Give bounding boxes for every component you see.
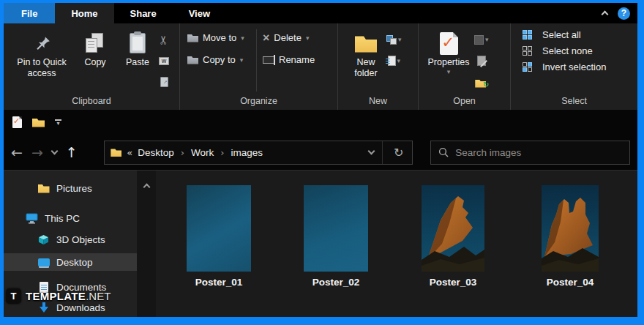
copy-to-button[interactable]: Copy to ▾ (187, 54, 255, 65)
chevron-right-icon: › (219, 147, 225, 158)
cut-button[interactable]: ✂ (159, 31, 169, 48)
properties-quick-icon[interactable]: ✓ (12, 116, 22, 128)
new-item-icon (388, 56, 396, 66)
customize-toolbar-icon[interactable]: ▾ (55, 119, 61, 126)
file-name: Poster_04 (547, 277, 594, 288)
template-net-watermark: T TEMPLATE .NET (6, 288, 111, 304)
thumbnail-poster-04 (542, 185, 599, 272)
new-folder-quick-icon[interactable] (32, 118, 45, 127)
search-input[interactable] (455, 147, 622, 158)
delete-icon: × (263, 34, 269, 42)
breadcrumb-overflow-icon[interactable]: « (127, 147, 132, 158)
up-button[interactable]: ↑ (66, 146, 78, 160)
file-tile-poster-04[interactable]: Poster_04 (512, 185, 629, 317)
file-name: Poster_02 (312, 277, 360, 288)
copy-path-button[interactable]: W (159, 52, 169, 70)
sidebar-item-label: Pictures (56, 183, 92, 194)
chevron-right-icon: › (179, 147, 186, 158)
file-tile-poster-02[interactable]: Poster_02 (277, 185, 394, 317)
address-dropdown-icon[interactable] (367, 148, 375, 155)
rename-button[interactable]: Rename (263, 54, 315, 65)
select-all-button[interactable]: Select all (523, 29, 637, 40)
pin-to-quick-access-button[interactable]: Pin to Quick access (10, 26, 74, 96)
scroll-up-icon[interactable] (143, 184, 150, 191)
invert-selection-button[interactable]: Invert selection (523, 61, 637, 72)
back-button[interactable]: ← (11, 146, 23, 160)
cube-icon (37, 234, 50, 245)
properties-icon: ✓ (440, 29, 458, 57)
organize-group-label: Organize (180, 96, 337, 110)
delete-button[interactable]: × Delete ▾ (263, 32, 315, 43)
ribbon-tab-bar: File Home Share View ? (4, 3, 637, 23)
select-none-icon (523, 46, 532, 56)
easy-access-icon (386, 35, 397, 45)
tab-home[interactable]: Home (55, 3, 113, 23)
dropdown-icon: ▾ (240, 56, 244, 64)
select-all-icon (523, 30, 532, 40)
sidebar-item-3d-objects[interactable]: 3D Objects (4, 231, 137, 248)
navigation-bar: ← → ↑ « Desktop › Work › images ↻ (4, 135, 637, 170)
paste-button[interactable]: Paste (116, 26, 159, 96)
invert-selection-icon (523, 62, 532, 72)
properties-label: Properties (428, 57, 470, 68)
desktop-icon (37, 258, 50, 266)
tab-file[interactable]: File (4, 3, 55, 23)
ribbon: Pin to Quick access Copy Paste ✂ W Clipb… (4, 23, 637, 110)
refresh-icon[interactable]: ↻ (391, 146, 406, 160)
template-net-logo: T (6, 288, 21, 304)
forward-button[interactable]: → (31, 146, 43, 160)
dropdown-icon: ▾ (241, 34, 244, 42)
delete-label: Delete (274, 32, 302, 43)
properties-button[interactable]: ✓ Properties ▾ (423, 26, 474, 96)
copy-label: Copy (84, 57, 105, 68)
select-none-button[interactable]: Select none (523, 45, 637, 56)
address-bar[interactable]: « Desktop › Work › images ↻ (104, 141, 413, 165)
tab-view[interactable]: View (173, 3, 226, 23)
file-tile-poster-01[interactable]: Poster_01 (160, 185, 277, 317)
edit-button[interactable] (474, 52, 489, 70)
copy-path-icon: W (159, 57, 169, 65)
history-icon: ↻ (475, 78, 487, 87)
open-button[interactable]: ▾ (474, 31, 489, 48)
breadcrumb-desktop[interactable]: Desktop (138, 147, 174, 158)
breadcrumb-work[interactable]: Work (191, 147, 214, 158)
open-icon (474, 35, 484, 45)
paste-shortcut-icon (160, 77, 168, 87)
breadcrumb-images[interactable]: images (231, 147, 263, 158)
new-item-button[interactable]: ▾ (386, 52, 402, 70)
file-tile-poster-03[interactable]: Poster_03 (394, 185, 512, 317)
file-name: Poster_03 (430, 277, 477, 288)
move-to-button[interactable]: Move to ▾ (187, 32, 255, 43)
folder-icon (37, 184, 50, 193)
invert-selection-label: Invert selection (542, 61, 606, 72)
dropdown-icon: ▾ (398, 36, 402, 43)
pushpin-icon (32, 29, 51, 57)
move-to-label: Move to (203, 32, 236, 43)
help-icon[interactable]: ? (618, 7, 630, 20)
rename-icon (263, 56, 274, 64)
recent-locations-icon[interactable] (50, 148, 58, 155)
clipboard-group-label: Clipboard (4, 96, 179, 110)
sidebar-item-desktop[interactable]: Desktop (4, 253, 137, 271)
rename-label: Rename (279, 54, 315, 65)
history-button[interactable]: ↻ (474, 73, 489, 91)
sidebar-item-this-pc[interactable]: This PC (4, 209, 137, 227)
select-all-label: Select all (542, 29, 581, 40)
watermark-suffix: .NET (86, 290, 111, 302)
tab-share[interactable]: Share (114, 3, 173, 23)
paste-shortcut-button[interactable] (159, 73, 169, 91)
sidebar-item-pictures[interactable]: Pictures (4, 179, 137, 197)
new-group-label: New (338, 96, 418, 110)
sidebar-item-label: This PC (45, 213, 80, 224)
sidebar-scrollbar[interactable] (137, 171, 156, 317)
collapse-ribbon-icon[interactable] (602, 11, 609, 18)
ribbon-group-organize: Move to ▾ Copy to ▾ × Delete ▾ (180, 23, 338, 110)
easy-access-button[interactable]: ▾ (386, 31, 402, 48)
file-list: Poster_01 Poster_02 (156, 171, 637, 317)
new-folder-button[interactable]: New folder (345, 26, 386, 96)
dropdown-icon: ▾ (397, 57, 401, 64)
copy-button[interactable]: Copy (74, 26, 116, 96)
search-box[interactable] (430, 141, 630, 165)
pin-to-quick-access-label: Pin to Quick access (10, 57, 74, 79)
ribbon-group-clipboard: Pin to Quick access Copy Paste ✂ W Clipb… (4, 23, 180, 110)
